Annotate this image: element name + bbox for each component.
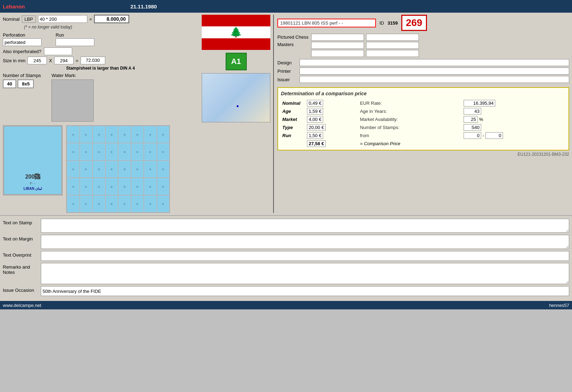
pictured-row-3 bbox=[311, 50, 419, 57]
also-imperforated-label: Also imperforated? bbox=[3, 49, 41, 54]
text-overprint-row: Text Overprint bbox=[3, 251, 569, 261]
watermark-label: Water Mark: bbox=[51, 73, 94, 78]
also-imperforated-row: Also imperforated? bbox=[3, 47, 198, 55]
nominal-note: (* = no longer valid today) bbox=[24, 25, 198, 30]
map-location-dot bbox=[236, 105, 239, 108]
comp-market-label: Market bbox=[281, 115, 306, 123]
nominal-formula-input[interactable] bbox=[38, 15, 87, 23]
comp-type-label: Type bbox=[281, 123, 306, 131]
comp-market-value: 4,00 € bbox=[307, 116, 323, 123]
flag-white-middle: 🌲 bbox=[202, 26, 270, 38]
comp-from-input[interactable] bbox=[464, 132, 481, 139]
sheet-cell: ▦ bbox=[157, 143, 170, 160]
sheet-cell: ▦ bbox=[106, 126, 118, 143]
eu-code: EU121-20231201-BM3-232 bbox=[277, 152, 569, 157]
comparison-table: Nominal 0,49 € EUR Rate: Age 1,59 € Age … bbox=[281, 99, 566, 147]
comp-run-label: Run bbox=[281, 131, 306, 140]
sheet-cell: ▦ bbox=[118, 126, 131, 143]
footer: www.delcampe.net hennes57 bbox=[0, 301, 572, 309]
comp-market-avail-input[interactable] bbox=[464, 116, 478, 123]
remarks-input[interactable] bbox=[41, 263, 569, 284]
sheet-cell: ▦ bbox=[131, 195, 144, 212]
comp-row-age: Age 1,59 € Age in Years: bbox=[281, 107, 566, 115]
sheet-cell: ▦ bbox=[67, 126, 80, 143]
pictured-input-4[interactable] bbox=[366, 42, 419, 49]
nominal-row: Nominal LBP = 8.000,00 bbox=[3, 15, 198, 23]
issue-occasion-input[interactable] bbox=[41, 286, 569, 296]
flag-red-top bbox=[202, 15, 270, 26]
design-input[interactable] bbox=[300, 59, 569, 66]
text-on-margin-input[interactable] bbox=[41, 235, 569, 249]
sheet-cell: ▦ bbox=[80, 143, 93, 160]
stamp-arrangement-button[interactable]: 8x5 bbox=[18, 79, 34, 88]
stamp-code-input[interactable] bbox=[277, 19, 376, 27]
pictured-row-2 bbox=[311, 42, 419, 49]
stamp-sheet-image: ▦ ▦ ▦ ▦ ▦ ▦ ▦ ▦ ▦ ▦ ▦ ▦ ▦ ▦ ▦ ▦ ▦ bbox=[66, 125, 170, 213]
map-placeholder bbox=[202, 73, 270, 122]
size-width-input[interactable] bbox=[27, 57, 47, 64]
sheet-cell: ▦ bbox=[67, 161, 80, 178]
comp-age-years-input[interactable] bbox=[464, 108, 481, 115]
issuer-label: Issuer bbox=[277, 77, 297, 82]
sheet-cell: ▦ bbox=[93, 161, 105, 178]
pictured-input-5[interactable] bbox=[311, 50, 364, 57]
comp-num-stamps-input[interactable] bbox=[464, 124, 481, 131]
printer-input[interactable] bbox=[300, 68, 569, 75]
sheet-cell: ▦ bbox=[67, 178, 80, 195]
number-of-stamps-label: Number of Stamps bbox=[3, 73, 41, 78]
comp-market-avail-label: Market Availability: bbox=[359, 115, 463, 123]
sheet-cell: ▦ bbox=[80, 178, 93, 195]
issuer-row: Issuer bbox=[277, 76, 569, 83]
issue-occasion-row: Issue Occasion bbox=[3, 286, 569, 296]
comp-from-label: from bbox=[359, 131, 463, 140]
pictured-input-6[interactable] bbox=[366, 50, 419, 57]
comp-to-input[interactable] bbox=[485, 132, 503, 139]
perforation-col: Perforation bbox=[3, 32, 42, 46]
sheet-cell: ▦ bbox=[118, 178, 131, 195]
comp-row-run: Run 1,50 € from - bbox=[281, 131, 566, 140]
comp-row-type: Type 20,00 € Number of Stamps: bbox=[281, 123, 566, 131]
pictured-row-1 bbox=[311, 34, 419, 41]
sheet-cell: ▦ bbox=[106, 161, 118, 178]
run-col: Run bbox=[56, 32, 94, 46]
sheet-cell: ▦ bbox=[93, 143, 105, 160]
perf-run-row: Perforation Run bbox=[3, 32, 198, 46]
sheet-cell: ▦ bbox=[80, 161, 93, 178]
sheet-cell: ▦ bbox=[157, 195, 170, 212]
size-label: Size in mm bbox=[3, 58, 25, 63]
pictured-input-3[interactable] bbox=[311, 42, 364, 49]
comp-row-nominal: Nominal 0,49 € EUR Rate: bbox=[281, 99, 566, 107]
text-on-stamp-input[interactable] bbox=[41, 219, 569, 233]
comp-eur-rate-input[interactable] bbox=[464, 100, 495, 107]
comp-age-value: 1,59 € bbox=[307, 108, 323, 115]
sheet-cell: ▦ bbox=[144, 195, 157, 212]
comp-type-value: 20,00 € bbox=[307, 124, 326, 131]
size-result: 72.030 bbox=[81, 57, 105, 64]
sheet-cell: ▦ bbox=[106, 143, 118, 160]
sheet-cell: ▦ bbox=[118, 161, 131, 178]
pictured-input-1[interactable] bbox=[311, 34, 364, 41]
design-row: Design bbox=[277, 59, 569, 66]
text-overprint-input[interactable] bbox=[41, 251, 569, 261]
printer-label: Printer bbox=[277, 69, 297, 74]
comparison-price-box: Determination of a comparison price Nomi… bbox=[277, 87, 569, 150]
also-imperforated-input[interactable] bbox=[44, 47, 72, 55]
run-input[interactable] bbox=[56, 38, 94, 46]
sheet-cell: ▦ bbox=[157, 178, 170, 195]
stamp-total-button[interactable]: 40 bbox=[3, 79, 16, 88]
sheet-cell: ▦ bbox=[118, 195, 131, 212]
comp-age-label: Age bbox=[281, 107, 306, 115]
issuer-input[interactable] bbox=[300, 76, 569, 83]
comp-run-value: 1,50 € bbox=[307, 132, 323, 139]
bottom-section: Text on Stamp Text on Margin Text Overpr… bbox=[0, 216, 572, 301]
perforation-input[interactable] bbox=[3, 38, 42, 46]
size-note: Stamp/sheet is larger than DIN A 4 bbox=[3, 66, 198, 71]
sheet-cell: ▦ bbox=[157, 161, 170, 178]
sheet-cell: ▦ bbox=[106, 195, 118, 212]
nominal-equals: = bbox=[89, 17, 92, 22]
nominal-label: Nominal bbox=[3, 17, 20, 22]
issue-occasion-label: Issue Occasion bbox=[3, 286, 38, 293]
pictured-input-2[interactable] bbox=[366, 34, 419, 41]
size-height-input[interactable] bbox=[54, 57, 74, 64]
cedar-icon: 🌲 bbox=[230, 26, 242, 38]
